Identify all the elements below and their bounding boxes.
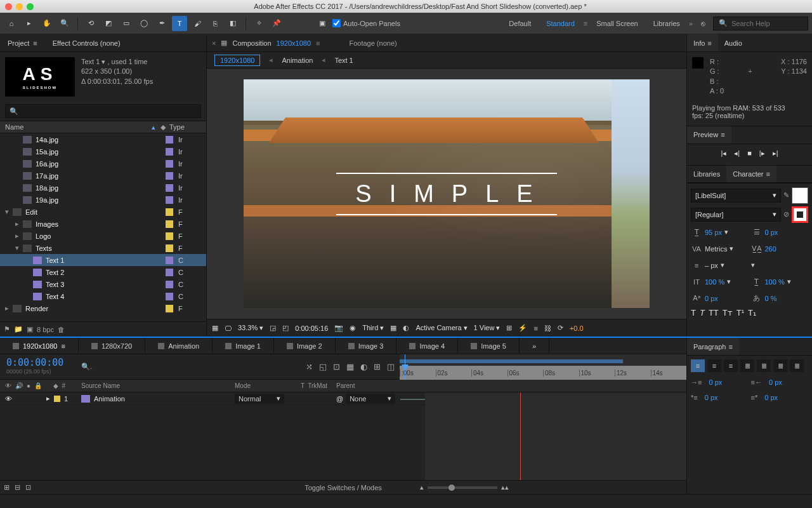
maximize-window-icon[interactable] bbox=[27, 3, 34, 10]
graph-editor-icon[interactable]: ⊞ bbox=[374, 362, 381, 371]
parent-dropdown[interactable]: None▾ bbox=[346, 394, 395, 404]
tab-libraries[interactable]: Libraries bbox=[687, 166, 726, 182]
timeline-tab[interactable]: Image 3 bbox=[336, 338, 397, 354]
timeline-tab[interactable]: 1280x720 bbox=[79, 338, 145, 354]
fast-previews-icon[interactable]: ⚡ bbox=[518, 324, 527, 332]
frame-blend-icon[interactable]: ▦ bbox=[346, 362, 354, 371]
project-search-input[interactable]: 🔍 bbox=[5, 104, 201, 118]
breadcrumb-item[interactable]: Text 1 bbox=[334, 57, 353, 64]
no-fill-icon[interactable]: ⊘ bbox=[783, 210, 789, 218]
project-item[interactable]: ▾EditF bbox=[0, 206, 206, 218]
tab-character[interactable]: Character ≡ bbox=[726, 166, 776, 182]
selection-tool-icon[interactable]: ▸ bbox=[22, 16, 37, 31]
brainstorm-icon[interactable]: ◫ bbox=[387, 362, 395, 371]
reset-exposure-icon[interactable]: ⟳ bbox=[558, 324, 563, 332]
project-item[interactable]: 14a.jpgIr bbox=[0, 133, 206, 145]
comp-mini-flowchart-icon[interactable]: ⤭ bbox=[306, 362, 313, 371]
justify-left-button[interactable]: ≣ bbox=[740, 359, 754, 372]
project-item[interactable]: Text 1C bbox=[0, 254, 206, 266]
channels-icon[interactable]: ◉ bbox=[350, 324, 356, 332]
font-family-dropdown[interactable]: [LibelSuit]▾ bbox=[691, 189, 781, 203]
puppet-tool-icon[interactable]: 📌 bbox=[269, 16, 284, 31]
new-comp-icon[interactable]: ▣ bbox=[27, 325, 33, 333]
twirl-icon[interactable]: ▸ bbox=[5, 304, 13, 312]
layer-twirl-icon[interactable]: ▸ bbox=[46, 394, 50, 403]
layer-visibility-icon[interactable]: 👁 bbox=[5, 395, 12, 403]
project-item-list[interactable]: 14a.jpgIr15a.jpgIr16a.jpgIr17a.jpgIr18a.… bbox=[0, 133, 206, 321]
label-swatch[interactable] bbox=[166, 136, 173, 144]
comp-name-link[interactable]: 1920x1080 bbox=[277, 39, 311, 47]
grid-dropdown[interactable]: Third ▾ bbox=[362, 324, 384, 332]
timeline-icon[interactable]: ≡ bbox=[534, 324, 537, 332]
indent-left-input[interactable]: 0 px bbox=[709, 378, 722, 386]
project-item[interactable]: 19a.jpgIr bbox=[0, 194, 206, 206]
mask-icon[interactable]: ◐ bbox=[403, 324, 409, 332]
project-item[interactable]: ▸RenderF bbox=[0, 302, 206, 314]
home-icon[interactable]: ⌂ bbox=[4, 16, 19, 31]
motion-blur-icon[interactable]: ◐ bbox=[360, 362, 367, 371]
clone-tool-icon[interactable]: ⎘ bbox=[207, 16, 223, 31]
play-icon[interactable]: |▸ bbox=[759, 149, 765, 157]
snapshot-icon[interactable]: 📷 bbox=[334, 324, 343, 332]
label-swatch[interactable] bbox=[166, 184, 173, 192]
justify-center-button[interactable]: ≣ bbox=[757, 359, 771, 372]
timeline-layers[interactable]: 👁 ▸ 1 Animation Normal▾ @ None▾ bbox=[0, 392, 686, 480]
layer-label-swatch[interactable] bbox=[54, 396, 60, 402]
timeline-tab[interactable]: Image 2 bbox=[274, 338, 336, 354]
project-item[interactable]: 16a.jpgIr bbox=[0, 157, 206, 170]
color-depth-button[interactable]: 8 bpc bbox=[37, 326, 54, 333]
baseline-input[interactable]: 0 px bbox=[705, 295, 718, 302]
workspace-standard[interactable]: Standard bbox=[540, 20, 581, 27]
label-swatch[interactable] bbox=[166, 257, 173, 264]
project-item[interactable]: ▸LogoF bbox=[0, 230, 206, 242]
roto-tool-icon[interactable]: ✧ bbox=[251, 16, 266, 31]
solo-toggle-icon[interactable]: ● bbox=[27, 382, 30, 389]
more-tabs-icon[interactable]: » bbox=[520, 338, 549, 354]
resolution-icon[interactable]: ◲ bbox=[270, 324, 276, 332]
label-swatch[interactable] bbox=[166, 281, 173, 288]
work-area-bar[interactable] bbox=[400, 359, 623, 363]
project-item[interactable]: 15a.jpgIr bbox=[0, 145, 206, 157]
sort-arrow-icon[interactable]: ▴ bbox=[152, 123, 155, 131]
current-time-display[interactable]: 0:00:00:00 00000 (25.00 fps) bbox=[0, 354, 76, 379]
justify-all-button[interactable]: ≣ bbox=[790, 359, 804, 372]
tracking-input[interactable]: 260 bbox=[765, 245, 776, 253]
label-swatch[interactable] bbox=[166, 305, 173, 312]
timeline-ruler[interactable]: :00s02s04s06s08s10s12s14s bbox=[400, 354, 686, 379]
label-swatch[interactable] bbox=[166, 269, 173, 276]
label-swatch[interactable] bbox=[166, 196, 173, 204]
label-swatch[interactable] bbox=[166, 172, 173, 180]
superscript-button[interactable]: T¹ bbox=[737, 308, 744, 318]
timeline-search-input[interactable]: 🔍. bbox=[76, 354, 235, 379]
bold-button[interactable]: T bbox=[691, 308, 696, 318]
subscript-button[interactable]: T₁ bbox=[748, 308, 756, 318]
allcaps-button[interactable]: TT bbox=[709, 308, 719, 318]
first-frame-icon[interactable]: |◂ bbox=[721, 149, 726, 157]
workspace-libraries[interactable]: Libraries bbox=[647, 20, 686, 27]
project-item[interactable]: 17a.jpgIr bbox=[0, 170, 206, 182]
overlay-text[interactable]: SIMPLE bbox=[336, 173, 556, 215]
tab-paragraph[interactable]: Paragraph ≡ bbox=[687, 338, 739, 355]
twirl-icon[interactable]: ▸ bbox=[15, 220, 23, 228]
comp-flowchart-icon[interactable]: ⛓ bbox=[544, 324, 551, 332]
composition-canvas[interactable]: SIMPLE bbox=[244, 79, 650, 308]
close-window-icon[interactable] bbox=[5, 3, 12, 10]
project-item[interactable]: Text 3C bbox=[0, 278, 206, 290]
camera-dropdown[interactable]: Active Camera ▾ bbox=[416, 324, 467, 332]
render-queue-icon[interactable]: ⊟ bbox=[15, 483, 20, 491]
stroke-style-dropdown[interactable]: ▾ bbox=[751, 261, 755, 269]
font-style-dropdown[interactable]: [Regular]▾ bbox=[691, 208, 781, 222]
timeline-tab[interactable]: Image 1 bbox=[213, 338, 274, 354]
label-swatch[interactable] bbox=[166, 160, 173, 168]
rectangle-tool-icon[interactable]: ▭ bbox=[119, 16, 134, 31]
align-right-button[interactable]: ≡ bbox=[724, 359, 738, 372]
hand-tool-icon[interactable]: ✋ bbox=[39, 16, 55, 31]
indent-right-input[interactable]: 0 px bbox=[769, 378, 782, 386]
timecode-display[interactable]: 0:00:05:16 bbox=[295, 324, 328, 332]
eyedropper-icon[interactable]: ✎ bbox=[783, 191, 789, 199]
sync-settings-icon[interactable]: ⎋ bbox=[695, 16, 710, 31]
zoom-tool-icon[interactable]: 🔍 bbox=[57, 16, 72, 31]
stroke-width-input[interactable]: – px bbox=[705, 262, 718, 269]
breadcrumb-item[interactable]: Animation bbox=[282, 57, 313, 64]
timeline-tab[interactable]: Image 4 bbox=[396, 338, 458, 354]
